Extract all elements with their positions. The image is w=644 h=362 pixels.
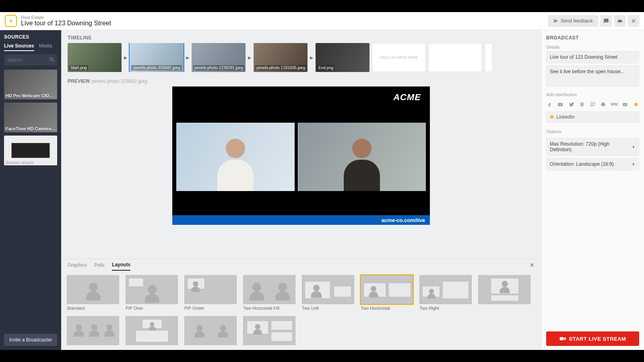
tab-graphics[interactable]: Graphics [68,260,87,270]
layout-label: Two Horizontal Fill [243,306,295,311]
layout-option[interactable] [67,316,119,345]
timeline: Start.png ▶ -pexels-photo-325682.jpeg ▶ … [68,43,535,72]
layout-label: PiP Over [126,306,178,311]
chevron-right-icon: ▶ [186,55,189,60]
timeline-drop-slot[interactable]: DRAG SOURCE HERE [372,43,426,72]
chevron-down-icon: ▼ [632,162,636,167]
close-button[interactable] [628,15,639,27]
project-title: Live tour of 123 Downing Street [21,20,111,27]
svg-rect-3 [559,337,563,340]
layout-label: Standard [67,306,119,311]
chevron-right-icon: ▶ [310,55,313,60]
twitch-icon[interactable] [589,101,596,108]
broadcast-title: BROADCAST [546,35,639,41]
svg-point-0 [50,58,53,60]
lower-third: acme-co.com/live [172,215,430,225]
chat-icon [603,18,609,24]
layout-two-left[interactable] [302,275,354,304]
source-screen-share[interactable]: Screen share [4,136,57,165]
panel-close-button[interactable]: ✕ [530,262,535,268]
tab-media[interactable]: Media [39,43,52,51]
layout-label: Two Left [302,306,354,311]
sources-title: SOURCES [4,34,57,40]
layout-two-horizontal[interactable] [361,275,413,304]
custom-icon[interactable]: ✱ [633,101,639,108]
timeline-item[interactable]: -pexels-photo-325682.jpeg [130,43,184,72]
vimeo-icon[interactable] [622,101,628,108]
orientation-select[interactable]: Orientation: Landscape (16:9)▼ [546,158,639,170]
send-feedback-button[interactable]: Send feedback [548,15,598,27]
start-live-stream-button[interactable]: START LIVE STREAM [546,331,639,346]
layout-option[interactable] [126,316,178,345]
tab-live-sources[interactable]: Live Sources [4,43,34,51]
invite-broadcaster-button[interactable]: Invite a Broadcaster [4,334,57,346]
layout-option[interactable] [478,275,530,304]
timeline-item[interactable]: pexels-photo-1239291.jpeg [192,43,246,72]
preview-pane-right [298,123,426,191]
chevron-down-icon: ▼ [632,145,636,149]
cloud-icon [617,18,623,24]
layout-two-right[interactable] [419,275,472,304]
spark-icon: ✱ [550,114,554,120]
details-label: Details [546,45,639,49]
source-facetime[interactable]: FaceTime HD Camera … [4,103,57,132]
sources-panel: SOURCES Live Sources Media HD Pro Webcam… [0,30,61,350]
wowza-icon[interactable] [611,101,618,108]
preview-stage: ACME acme-co.com/live [172,86,430,225]
project-category: Real Estate [21,15,111,20]
broadcast-description-input[interactable] [546,66,639,86]
layout-option[interactable] [184,316,237,345]
chevron-right-icon: ▶ [248,55,251,60]
source-webcam-c920[interactable]: HD Pro Webcam C920… [4,70,57,99]
svg-rect-2 [623,103,627,106]
app-header: Real Estate Live tour of 123 Downing Str… [0,12,644,30]
search-icon [49,57,55,64]
timeline-title: TIMELINE [68,35,535,41]
periscope-icon[interactable] [579,101,585,108]
broadcast-panel: BROADCAST Details Add distribution ✱ ✱Li… [541,30,644,350]
preview-pane-left [176,123,295,191]
chevron-right-icon: ▶ [124,55,127,60]
options-label: Options [546,129,639,134]
distribution-label: Add distribution [546,92,639,97]
layout-label: PiP Under [184,306,237,311]
layouts-panel: Graphics Polls Layouts ✕ Standard PiP Ov… [61,259,541,350]
resolution-select[interactable]: Max Resolution: 720p (High Definition)▼ [546,138,639,156]
distribution-chip-linkedin[interactable]: ✱LinkedIn [546,111,639,123]
brand-overlay: ACME [393,92,421,103]
timeline-drop-slot[interactable] [485,43,493,72]
preview-title: PREVIEWpexels-photo-325682.jpeg [68,78,535,84]
tab-layouts[interactable]: Layouts [112,259,130,271]
facebook-icon[interactable] [546,101,553,108]
camera-icon [559,336,566,341]
timeline-drop-slot[interactable] [428,43,482,72]
tab-polls[interactable]: Polls [94,260,105,270]
broadcast-name-input[interactable] [546,51,639,63]
layout-two-horizontal-fill[interactable] [243,275,295,304]
layout-pip-under[interactable] [184,275,237,304]
layout-option[interactable] [243,316,295,345]
layout-standard[interactable] [67,275,119,304]
app-logo [5,15,17,27]
layout-pip-over[interactable] [126,275,178,304]
chat-button[interactable] [601,15,612,27]
drive-icon[interactable] [600,101,607,108]
paper-plane-icon [553,19,558,23]
timeline-item[interactable]: Start.png [68,43,122,72]
cloud-button[interactable] [614,15,625,27]
twitter-icon[interactable] [568,101,574,108]
timeline-item[interactable]: End.png [316,43,369,72]
close-icon [631,19,636,23]
layout-label: Two Horizontal [361,306,413,311]
timeline-item[interactable]: pexels-photo-1181605.jpeg [254,43,308,72]
youtube-icon[interactable] [557,101,564,108]
layout-label: Two Right [419,306,472,311]
